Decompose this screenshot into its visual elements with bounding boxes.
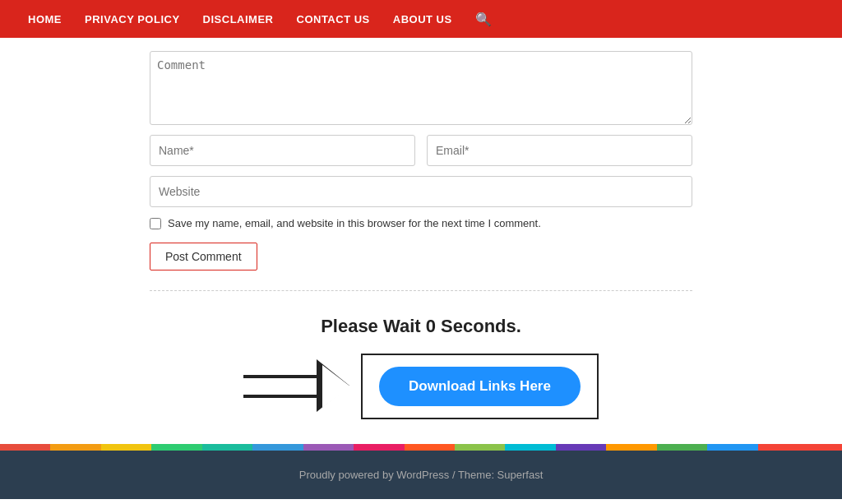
website-input[interactable] xyxy=(150,176,692,207)
nav-home[interactable]: HOME xyxy=(16,2,73,37)
site-footer: Proudly powered by WordPress / Theme: Su… xyxy=(0,451,842,499)
main-content: Save my name, email, and website in this… xyxy=(133,38,709,287)
post-comment-button[interactable]: Post Comment xyxy=(150,243,257,270)
main-nav: HOME PRIVACY POLICY DISCLAIMER CONTACT U… xyxy=(0,0,842,38)
please-wait-text: Please Wait 0 Seconds. xyxy=(0,316,842,337)
nav-disclaimer[interactable]: DISCLAIMER xyxy=(192,2,285,37)
section-divider xyxy=(150,290,692,291)
name-email-row xyxy=(150,135,692,166)
footer-theme: Theme: Superfast xyxy=(458,469,543,481)
footer-powered-by: Proudly powered by WordPress xyxy=(299,469,450,481)
footer-colorbar xyxy=(0,444,842,451)
nav-privacy-policy[interactable]: PRIVACY POLICY xyxy=(73,2,192,37)
download-wrapper: Download Links Here xyxy=(0,354,842,419)
download-box: Download Links Here xyxy=(361,354,599,419)
download-section: Please Wait 0 Seconds. Download Links He… xyxy=(0,307,842,444)
save-row: Save my name, email, and website in this… xyxy=(150,217,692,229)
comment-textarea[interactable] xyxy=(150,51,692,125)
footer-separator: / xyxy=(449,469,458,481)
save-checkbox[interactable] xyxy=(150,218,161,229)
arrow-icon xyxy=(243,359,349,414)
email-input[interactable] xyxy=(427,135,692,166)
nav-about-us[interactable]: ABOUT US xyxy=(382,2,464,37)
search-icon[interactable]: 🔍 xyxy=(469,5,498,34)
download-links-button[interactable]: Download Links Here xyxy=(379,367,581,406)
save-label: Save my name, email, and website in this… xyxy=(168,217,541,229)
name-input[interactable] xyxy=(150,135,415,166)
nav-contact-us[interactable]: CONTACT US xyxy=(285,2,382,37)
